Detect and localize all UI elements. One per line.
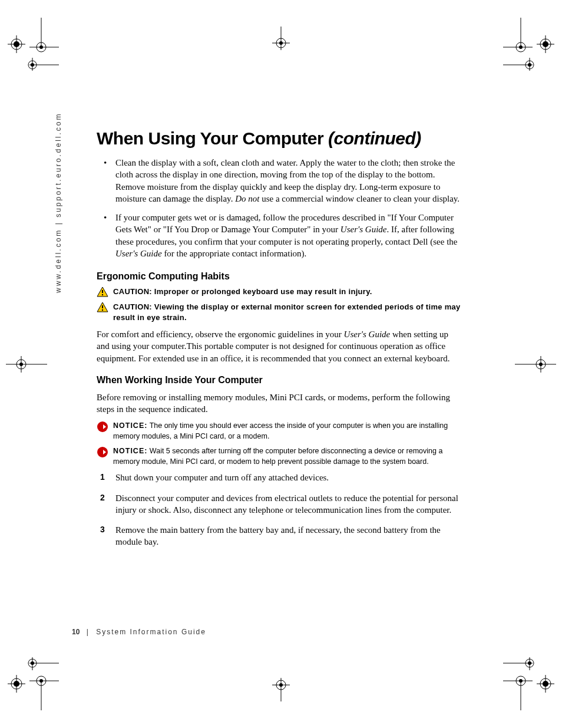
svg-point-1 [14,41,19,47]
title-main: When Using Your Computer [97,129,328,148]
svg-point-22 [528,63,531,67]
caution-row: CAUTION: Improper or prolonged keyboard … [97,286,462,299]
step-number: 3 [100,524,105,535]
page-footer: 10 | System Information Guide [72,628,206,636]
svg-point-68 [97,421,108,432]
footer-label: System Information Guide [96,628,206,636]
bullet-list: Clean the display with a soft, clean clo… [97,157,462,259]
svg-point-0 [11,39,22,50]
page-body: When Using Your Computer (continued) Cle… [97,129,462,556]
subhead-ergonomic: Ergonomic Computing Habits [97,271,462,282]
title-continued: (continued) [328,129,421,148]
svg-point-25 [14,681,19,687]
notice-row: NOTICE: The only time you should ever ac… [97,421,462,442]
svg-point-18 [516,42,525,52]
step-item: 3Remove the main battery from the batter… [115,524,462,548]
bullet-item: If your computer gets wet or is damaged,… [115,212,462,259]
notice-text: NOTICE: Wait 5 seconds after turning off… [113,446,462,467]
notice-text: NOTICE: The only time you should ever ac… [113,421,462,442]
svg-point-24 [11,678,22,689]
notice-row: NOTICE: Wait 5 seconds after turning off… [97,446,462,467]
crop-mark-top-mid [260,27,302,50]
warning-triangle-icon [97,286,108,299]
step-list: 1Shut down your computer and turn off an… [97,472,462,548]
svg-point-49 [276,38,286,48]
svg-point-30 [37,676,46,686]
crop-mark-left-mid [6,353,47,376]
page-title: When Using Your Computer (continued) [97,129,462,149]
caution-text: CAUTION: Viewing the display or external… [113,302,462,322]
svg-point-45 [525,659,534,667]
svg-point-69 [97,447,108,457]
crop-mark-top-right [503,18,556,71]
svg-point-36 [540,678,551,689]
svg-point-54 [279,683,283,687]
svg-point-57 [16,360,26,369]
svg-point-50 [279,41,283,45]
crop-mark-bottom-mid [260,678,302,701]
footer-separator: | [87,628,90,636]
svg-point-43 [519,679,523,683]
notice-arrow-icon [97,446,108,460]
svg-point-62 [539,363,543,366]
crop-mark-bottom-left [6,657,59,710]
crop-mark-bottom-right [503,657,556,710]
svg-point-9 [28,61,37,69]
svg-point-33 [28,659,37,667]
svg-point-31 [39,679,43,683]
step-number: 1 [100,472,105,483]
svg-point-61 [536,360,546,369]
caution-text: CAUTION: Improper or prolonged keyboard … [113,286,372,297]
notice-arrow-icon [97,421,108,435]
body-paragraph: Before removing or installing memory mod… [97,391,462,416]
sidebar-url: www.dell.com | support.euro.dell.com [54,112,62,293]
subhead-inside: When Working Inside Your Computer [97,375,462,386]
svg-point-53 [276,680,286,690]
step-number: 2 [100,492,105,503]
svg-point-65 [102,294,103,295]
svg-point-37 [543,681,548,687]
warning-triangle-icon [97,302,108,315]
svg-point-7 [39,45,43,49]
step-item: 2Disconnect your computer and devices fr… [115,492,462,516]
caution-row: CAUTION: Viewing the display or external… [97,302,462,322]
page-number: 10 [72,628,80,636]
svg-point-21 [525,61,534,69]
svg-point-46 [528,661,531,665]
svg-point-42 [516,676,525,686]
crop-mark-top-left [6,18,59,71]
svg-point-13 [543,41,548,47]
svg-point-19 [519,45,523,49]
svg-point-6 [37,42,46,52]
crop-mark-right-mid [515,353,556,376]
bullet-item: Clean the display with a soft, clean clo… [115,157,462,205]
svg-point-34 [31,661,34,665]
body-paragraph: For comfort and efficiency, observe the … [97,328,462,364]
svg-point-12 [540,39,551,50]
svg-point-58 [19,363,23,366]
svg-point-10 [31,63,34,67]
step-item: 1Shut down your computer and turn off an… [115,472,462,483]
svg-point-67 [102,309,103,311]
